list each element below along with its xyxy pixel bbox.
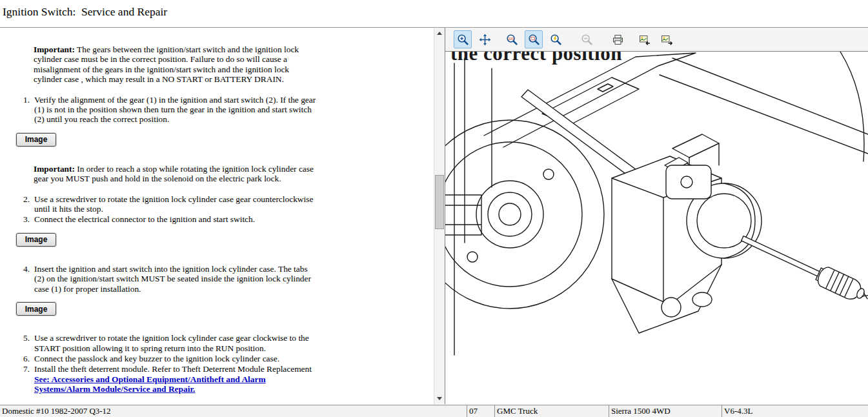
zoom-out-icon bbox=[581, 34, 593, 46]
zoom-fit-icon bbox=[528, 34, 540, 46]
status-bar: Domestic #10 1982-2007 Q3-12 07 GMC Truc… bbox=[0, 405, 868, 417]
step-number: 6. bbox=[23, 354, 34, 363]
zoom-in-icon bbox=[457, 34, 469, 46]
status-database: Domestic #10 1982-2007 Q3-12 bbox=[0, 405, 467, 417]
zoom-dynamic-button[interactable] bbox=[547, 30, 565, 48]
viewer-toolbar: 100 bbox=[445, 28, 868, 52]
step-text: Verify the alignment of the gear (1) in … bbox=[34, 95, 319, 125]
zoom-dynamic-icon bbox=[550, 34, 562, 46]
step-text: Connect the electrical connector to the … bbox=[34, 214, 319, 224]
previous-image-button[interactable] bbox=[636, 30, 654, 48]
scroll-down-button[interactable] bbox=[434, 393, 445, 404]
print-icon bbox=[612, 34, 624, 46]
important-label: Important: bbox=[34, 164, 75, 174]
previous-image-icon bbox=[639, 34, 651, 46]
next-image-icon bbox=[661, 34, 673, 46]
step-number: 4. bbox=[23, 264, 34, 294]
step-number: 5. bbox=[23, 333, 34, 353]
zoom-100-button[interactable]: 100 bbox=[503, 30, 521, 48]
title-bar: Ignition Switch: Service and Repair bbox=[0, 0, 868, 27]
ignition-lock-cylinder-drawing bbox=[445, 52, 868, 404]
svg-text:100: 100 bbox=[508, 36, 514, 40]
step-5: 5. Use a screwdriver to rotate the ignit… bbox=[23, 333, 319, 353]
status-make: GMC Truck bbox=[495, 405, 609, 417]
step-number: 7. bbox=[23, 364, 34, 394]
theft-deterrent-module-link[interactable]: See: Accessories and Optional Equipment/… bbox=[34, 374, 266, 394]
status-year: 07 bbox=[467, 405, 495, 417]
next-image-button[interactable] bbox=[658, 30, 676, 48]
zoom-in-button[interactable] bbox=[454, 30, 472, 48]
page-title: Ignition Switch: Service and Repair bbox=[3, 5, 167, 19]
vertical-scrollbar[interactable] bbox=[434, 28, 445, 404]
important-note-2: Important: In order to reach a stop whil… bbox=[34, 164, 319, 184]
zoom-out-button[interactable] bbox=[578, 30, 596, 48]
scrollbar-thumb[interactable] bbox=[435, 175, 444, 229]
image-button-1[interactable]: Image bbox=[16, 133, 56, 147]
procedure-panel: Important: The gears between the ignitio… bbox=[0, 28, 445, 404]
step-number: 3. bbox=[23, 214, 34, 224]
important-label: Important: bbox=[34, 45, 75, 54]
up-arrow-icon bbox=[437, 32, 442, 35]
zoom-fit-button[interactable] bbox=[525, 30, 543, 48]
zoom-100-icon: 100 bbox=[506, 34, 518, 46]
important-text: In order to reach a stop while rotating … bbox=[34, 164, 314, 183]
step-text: Install the theft deterrent module. Refe… bbox=[34, 364, 319, 394]
status-engine: V6-4.3L bbox=[722, 405, 868, 417]
step-number: 2. bbox=[23, 194, 34, 214]
step-text: Insert the ignition and start switch int… bbox=[34, 264, 319, 294]
down-arrow-icon bbox=[437, 397, 442, 400]
step-2: 2. Use a screwdriver to rotate the ignit… bbox=[23, 194, 319, 214]
step-text: Use a screwdriver to rotate the ignition… bbox=[34, 333, 319, 353]
step-3: 3. Connect the electrical connector to t… bbox=[23, 214, 319, 224]
image-canvas[interactable]: the correct position bbox=[445, 52, 868, 404]
step-7: 7. Install the theft deterrent module. R… bbox=[23, 364, 319, 394]
scroll-up-button[interactable] bbox=[434, 28, 445, 39]
main-area: Important: The gears between the ignitio… bbox=[0, 27, 868, 403]
procedure-content: Important: The gears between the ignitio… bbox=[0, 28, 433, 404]
important-note-1: Important: The gears between the ignitio… bbox=[34, 45, 319, 85]
step-1: 1. Verify the alignment of the gear (1) … bbox=[23, 95, 319, 125]
step-4: 4. Insert the ignition and start switch … bbox=[23, 264, 319, 294]
step-text-plain: Install the theft deterrent module. Refe… bbox=[34, 364, 312, 374]
pan-icon bbox=[479, 34, 491, 46]
app-window: Ignition Switch: Service and Repair Impo… bbox=[0, 0, 868, 417]
pan-button[interactable] bbox=[476, 30, 494, 48]
print-button[interactable] bbox=[609, 30, 627, 48]
image-viewer-panel: 100 bbox=[445, 28, 868, 404]
step-text: Use a screwdriver to rotate the ignition… bbox=[34, 194, 319, 214]
image-button-3[interactable]: Image bbox=[16, 302, 56, 316]
step-text: Connect the passlock and key buzzer to t… bbox=[34, 354, 319, 363]
step-number: 1. bbox=[23, 95, 34, 125]
step-6: 6. Connect the passlock and key buzzer t… bbox=[23, 354, 319, 363]
image-button-2[interactable]: Image bbox=[16, 233, 56, 247]
status-model: Sierra 1500 4WD bbox=[609, 405, 722, 417]
